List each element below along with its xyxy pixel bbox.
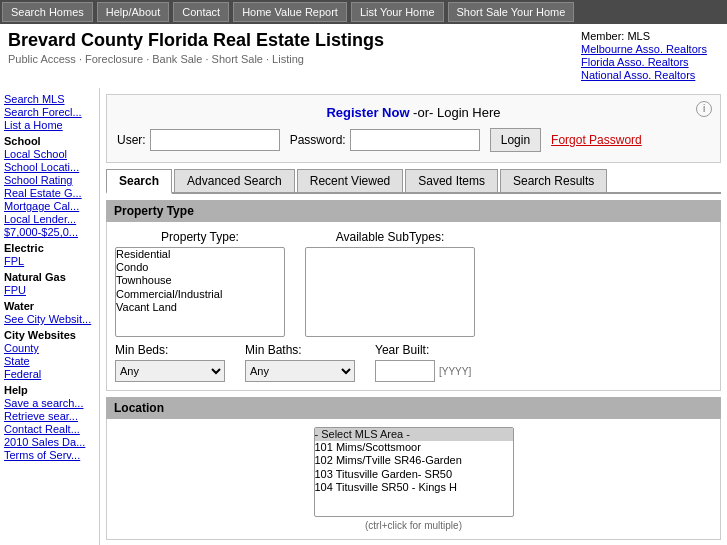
member-label: Member: MLS: [581, 30, 723, 42]
prop-type-commercial[interactable]: Commercial/Industrial: [116, 288, 284, 301]
sidebar: Search MLS Search Forecl... List a Home …: [0, 88, 100, 545]
nav-home-value[interactable]: Home Value Report: [233, 2, 347, 22]
sidebar-heading-city: City Websites: [4, 329, 95, 341]
login-or: -or-: [410, 105, 437, 120]
mls-area-select[interactable]: - Select MLS Area - 101 Mims/Scottsmoor …: [314, 427, 514, 517]
prop-type-residential[interactable]: Residential: [116, 248, 284, 261]
sidebar-item-retrieve-sear[interactable]: Retrieve sear...: [4, 410, 95, 422]
prop-beds-row: Min Beds: Any 1 2 3 4 5 6+ Min Baths:: [115, 343, 712, 382]
top-section: Brevard County Florida Real Estate Listi…: [0, 24, 727, 88]
login-fields: User: Password: Login Forgot Password: [117, 128, 710, 152]
forgot-password-link[interactable]: Forgot Password: [551, 133, 642, 147]
sidebar-heading-school: School: [4, 135, 95, 147]
sidebar-section-electric: Electric FPL: [4, 242, 95, 267]
user-label: User:: [117, 133, 146, 147]
sidebar-item-state[interactable]: State: [4, 355, 95, 367]
year-built-input[interactable]: [375, 360, 435, 382]
sidebar-item-city-websit[interactable]: See City Websit...: [4, 313, 95, 325]
page-title: Brevard County Florida Real Estate Listi…: [8, 30, 569, 51]
sidebar-heading-water: Water: [4, 300, 95, 312]
tab-saved-items[interactable]: Saved Items: [405, 169, 498, 192]
info-icon[interactable]: i: [696, 101, 712, 117]
sidebar-item-local-lender[interactable]: Local Lender...: [4, 213, 95, 225]
nav-contact[interactable]: Contact: [173, 2, 229, 22]
main-layout: Search MLS Search Forecl... List a Home …: [0, 88, 727, 545]
tabs: Search Advanced Search Recent Viewed Sav…: [106, 169, 721, 194]
min-beds-label: Min Beds:: [115, 343, 225, 357]
sidebar-item-local-school[interactable]: Local School: [4, 148, 95, 160]
min-beds-select[interactable]: Any 1 2 3 4 5 6+: [115, 360, 225, 382]
mls-area-104[interactable]: 104 Titusville SR50 - Kings H: [315, 481, 513, 494]
location-hint: (ctrl+click for multiple): [365, 520, 462, 531]
sidebar-item-school-rating[interactable]: School Rating: [4, 174, 95, 186]
min-baths-select[interactable]: Any 1 1.5 2 2.5 3: [245, 360, 355, 382]
password-input[interactable]: [350, 129, 480, 151]
sidebar-item-real-estate-g[interactable]: Real Estate G...: [4, 187, 95, 199]
sidebar-section-search: Search MLS Search Forecl... List a Home: [4, 93, 95, 131]
nav-help-about[interactable]: Help/About: [97, 2, 169, 22]
year-built-label: Year Built:: [375, 343, 471, 357]
sidebar-heading-help: Help: [4, 384, 95, 396]
sidebar-item-federal[interactable]: Federal: [4, 368, 95, 380]
sidebar-item-2010-sales[interactable]: 2010 Sales Da...: [4, 436, 95, 448]
login-button[interactable]: Login: [490, 128, 541, 152]
sidebar-item-save-search[interactable]: Save a search...: [4, 397, 95, 409]
member-national[interactable]: National Asso. Realtors: [581, 69, 723, 81]
login-box: i Register Now -or- Login Here User: Pas…: [106, 94, 721, 163]
sidebar-item-school-locati[interactable]: School Locati...: [4, 161, 95, 173]
sidebar-heading-gas: Natural Gas: [4, 271, 95, 283]
location-section: - Select MLS Area - 101 Mims/Scottsmoor …: [106, 419, 721, 540]
breadcrumb: Public Access · Foreclosure · Bank Sale …: [8, 53, 569, 65]
page-wrapper: Search Homes Help/About Contact Home Val…: [0, 0, 727, 545]
subtype-select[interactable]: [305, 247, 475, 337]
sidebar-heading-electric: Electric: [4, 242, 95, 254]
sidebar-section-city: City Websites County State Federal: [4, 329, 95, 380]
sidebar-item-7000-25000[interactable]: $7,000-$25,0...: [4, 226, 95, 238]
mls-area-103[interactable]: 103 Titusville Garden- SR50: [315, 468, 513, 481]
prop-type-row: Property Type: Residential Condo Townhou…: [115, 230, 712, 337]
nav-list-home[interactable]: List Your Home: [351, 2, 444, 22]
sidebar-item-fpu[interactable]: FPU: [4, 284, 95, 296]
prop-type-col: Property Type: Residential Condo Townhou…: [115, 230, 285, 337]
tab-advanced-search[interactable]: Advanced Search: [174, 169, 295, 192]
location-header: Location: [106, 397, 721, 419]
min-baths-col: Min Baths: Any 1 1.5 2 2.5 3: [245, 343, 355, 382]
user-input[interactable]: [150, 129, 280, 151]
mls-area-select-default[interactable]: - Select MLS Area -: [315, 428, 513, 441]
sidebar-item-fpl[interactable]: FPL: [4, 255, 95, 267]
nav-search-homes[interactable]: Search Homes: [2, 2, 93, 22]
password-field-group: Password:: [290, 129, 480, 151]
sidebar-section-gas: Natural Gas FPU: [4, 271, 95, 296]
property-type-section: Property Type: Residential Condo Townhou…: [106, 222, 721, 391]
min-baths-label: Min Baths:: [245, 343, 355, 357]
prop-type-vacant[interactable]: Vacant Land: [116, 301, 284, 314]
member-panel: Member: MLS Melbourne Asso. Realtors Flo…: [577, 24, 727, 88]
sidebar-item-mortgage-cal[interactable]: Mortgage Cal...: [4, 200, 95, 212]
header: Brevard County Florida Real Estate Listi…: [0, 24, 577, 67]
sidebar-item-county[interactable]: County: [4, 342, 95, 354]
nav-short-sale[interactable]: Short Sale Your Home: [448, 2, 575, 22]
sidebar-item-list-home[interactable]: List a Home: [4, 119, 95, 131]
prop-type-condo[interactable]: Condo: [116, 261, 284, 274]
register-link[interactable]: Register Now: [326, 105, 409, 120]
sidebar-item-search-mls[interactable]: Search MLS: [4, 93, 95, 105]
tab-search[interactable]: Search: [106, 169, 172, 194]
sidebar-section-water: Water See City Websit...: [4, 300, 95, 325]
login-title: Register Now -or- Login Here: [117, 105, 710, 120]
location-inner: - Select MLS Area - 101 Mims/Scottsmoor …: [115, 427, 712, 531]
sidebar-item-terms-serv[interactable]: Terms of Serv...: [4, 449, 95, 461]
property-type-select[interactable]: Residential Condo Townhouse Commercial/I…: [115, 247, 285, 337]
password-label: Password:: [290, 133, 346, 147]
tab-recent-viewed[interactable]: Recent Viewed: [297, 169, 404, 192]
subtype-label: Available SubTypes:: [305, 230, 475, 244]
mls-area-101[interactable]: 101 Mims/Scottsmoor: [315, 441, 513, 454]
member-florida[interactable]: Florida Asso. Realtors: [581, 56, 723, 68]
top-nav: Search Homes Help/About Contact Home Val…: [0, 0, 727, 24]
sidebar-item-search-forecl[interactable]: Search Forecl...: [4, 106, 95, 118]
year-built-col: Year Built: [YYYY]: [375, 343, 471, 382]
prop-type-townhouse[interactable]: Townhouse: [116, 274, 284, 287]
member-melbourne[interactable]: Melbourne Asso. Realtors: [581, 43, 723, 55]
tab-search-results[interactable]: Search Results: [500, 169, 607, 192]
mls-area-102[interactable]: 102 Mims/Tville SR46-Garden: [315, 454, 513, 467]
sidebar-item-contact-realt[interactable]: Contact Realt...: [4, 423, 95, 435]
